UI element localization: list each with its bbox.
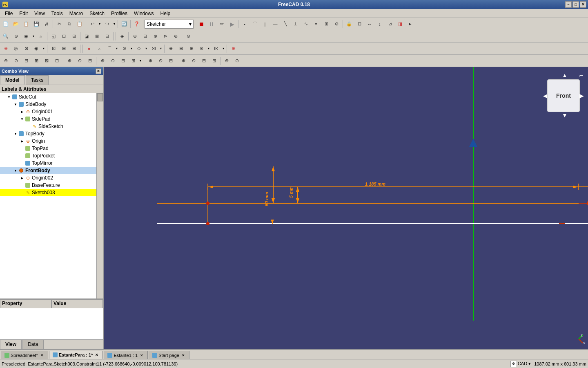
doc-tab-close-startpage[interactable]: ✕: [181, 353, 186, 358]
menu-edit[interactable]: Edit: [16, 10, 31, 17]
tree-item-topmirror[interactable]: TopMirror: [0, 159, 96, 167]
stop-sketch-button[interactable]: ⏹: [196, 19, 206, 29]
zoom-in[interactable]: ⊕: [11, 31, 21, 41]
tree-item-sidebody[interactable]: ▼ SideBody: [0, 101, 96, 108]
sk-c18[interactable]: ⊙: [189, 56, 198, 66]
front-view[interactable]: ◱: [49, 31, 58, 41]
doc-tab-estante1[interactable]: Estante1 : 1 ✕: [104, 351, 148, 359]
tree-arrow-frontbody[interactable]: ▼: [13, 168, 18, 173]
paste-button[interactable]: 📋: [75, 19, 85, 29]
sk-t12[interactable]: ◇: [134, 44, 144, 54]
tree-item-origin[interactable]: ▶ ⊕ Origin: [0, 137, 96, 145]
viewport[interactable]: 50 mm 5 mm 1.185 mm ▲ ◀ Front ▶ ▼ ⌐ Z X: [104, 67, 588, 349]
block-tool[interactable]: ⊘: [332, 19, 341, 29]
sk-t17[interactable]: ⊙: [196, 44, 206, 54]
menu-tools[interactable]: Tools: [48, 10, 66, 17]
coincident-tool[interactable]: ⊟: [354, 19, 364, 29]
cut-button[interactable]: ✂: [54, 19, 64, 29]
sk-c21[interactable]: ⊕: [222, 56, 232, 66]
menu-file[interactable]: File: [2, 10, 16, 17]
nav-corner-tr[interactable]: ⌐: [579, 72, 583, 79]
sk-c12[interactable]: ⊟: [118, 56, 128, 66]
pause-sketch-button[interactable]: ⏸: [207, 19, 216, 29]
tree-item-sidepad[interactable]: ▼ SidePad: [0, 115, 96, 123]
sk-c20[interactable]: ⊞: [209, 56, 219, 66]
line-horiz[interactable]: —: [270, 19, 280, 29]
doc-tab-startpage[interactable]: Start page ✕: [149, 351, 189, 359]
sk-t18-dd[interactable]: ▾: [221, 44, 225, 54]
sk-c4[interactable]: ⊞: [31, 56, 41, 66]
nav-arrow-right[interactable]: ▶: [579, 92, 584, 99]
nav-cube-face[interactable]: Front: [547, 79, 580, 112]
home-view[interactable]: ⌂: [36, 31, 46, 41]
sk-t2[interactable]: ◎: [11, 44, 21, 54]
draw-style-dd[interactable]: ▾: [31, 31, 36, 41]
doc-tab-close-estante1[interactable]: ✕: [139, 353, 144, 358]
sk-c10[interactable]: ⊕: [98, 56, 107, 66]
sk-t9[interactable]: ⬦: [94, 44, 104, 54]
tree-scrollbar[interactable]: [96, 93, 103, 298]
zoom-fit[interactable]: 🔍: [1, 31, 11, 41]
redo-dropdown[interactable]: ▾: [112, 19, 116, 29]
play-sketch-button[interactable]: ▶: [227, 19, 237, 29]
doc-tab-close-spreadsheet[interactable]: ✕: [40, 353, 45, 358]
doc-tab-estantepara[interactable]: EstantePara : 1* ✕: [49, 351, 103, 359]
sk-c11[interactable]: ⊙: [108, 56, 118, 66]
sk-c17[interactable]: ⊕: [178, 56, 188, 66]
workbench-selector[interactable]: Sketcher▾: [145, 20, 194, 29]
tree-item-origin002[interactable]: ▶ ⊕ Origin002: [0, 174, 96, 182]
sk-t10[interactable]: ⌒: [105, 44, 114, 54]
tree-item-toppad[interactable]: TopPad: [0, 145, 96, 152]
sk-t10-dd[interactable]: ▾: [115, 44, 119, 54]
more-constraints[interactable]: ▸: [405, 19, 415, 29]
tree-arrow-sidebody[interactable]: ▼: [13, 102, 18, 107]
equal-tool[interactable]: =: [311, 19, 321, 29]
top-view[interactable]: ⊡: [59, 31, 69, 41]
tree-item-basefeature[interactable]: BaseFeature: [0, 182, 96, 189]
sk-t8[interactable]: ●: [84, 44, 94, 54]
menu-macro[interactable]: Macro: [66, 10, 86, 17]
sk-c9[interactable]: ⊟: [85, 56, 95, 66]
menu-windows[interactable]: Windows: [131, 10, 157, 17]
sk-c5[interactable]: ⊠: [42, 56, 51, 66]
maximize-button[interactable]: □: [572, 1, 579, 8]
menu-help[interactable]: Help: [157, 10, 174, 17]
right-view[interactable]: ⊞: [69, 31, 79, 41]
sk-c15[interactable]: ⊙: [156, 56, 165, 66]
sk-t1[interactable]: ⊕: [1, 44, 11, 54]
part-link[interactable]: ⊟: [140, 31, 150, 41]
tree-item-sidecut[interactable]: ▼ SideCut: [0, 93, 96, 101]
refresh-button[interactable]: 🔄: [119, 19, 129, 29]
menu-view[interactable]: View: [31, 10, 48, 17]
sk-t13[interactable]: ⋈: [149, 44, 158, 54]
tree-arrow-origin001[interactable]: ▶: [20, 109, 24, 114]
tangent-tool[interactable]: ∿: [301, 19, 311, 29]
sk-c1[interactable]: ⊕: [1, 56, 11, 66]
tree-item-sidesketch[interactable]: ✎ SideSketch: [0, 123, 96, 130]
sk-c6[interactable]: ⊡: [52, 56, 62, 66]
sk-t7[interactable]: ⊞: [69, 44, 79, 54]
combo-close-button[interactable]: ✕: [96, 68, 101, 74]
sk-t18[interactable]: ⋉: [211, 44, 221, 54]
sk-t12-dd[interactable]: ▾: [144, 44, 148, 54]
sk-t11-dd[interactable]: ▾: [129, 44, 134, 54]
tab-view[interactable]: View: [0, 340, 22, 349]
sk-t4[interactable]: ◉: [31, 44, 41, 54]
tree-arrow-origin002[interactable]: ▶: [20, 175, 24, 180]
sk-c19[interactable]: ⊟: [199, 56, 209, 66]
nav-arrow-top[interactable]: ▲: [562, 72, 568, 79]
undo-button[interactable]: ↩: [87, 19, 97, 29]
sk-t15[interactable]: ⊟: [176, 44, 186, 54]
sk-t4-dd[interactable]: ▾: [42, 44, 46, 54]
save-button[interactable]: 💾: [31, 19, 41, 29]
sk-c13[interactable]: ⊞: [128, 56, 138, 66]
sk-t19[interactable]: ⊕: [228, 44, 238, 54]
view-3d[interactable]: ◈: [117, 31, 127, 41]
undo-dropdown[interactable]: ▾: [98, 19, 102, 29]
print-button[interactable]: 🖨: [42, 19, 51, 29]
back-view[interactable]: ◪: [82, 31, 91, 41]
draw-style[interactable]: ◉: [21, 31, 31, 41]
nav-arrow-bottom[interactable]: ▼: [562, 112, 568, 119]
sk-t11[interactable]: ⊙: [119, 44, 129, 54]
sk-t5[interactable]: ⊡: [49, 44, 58, 54]
